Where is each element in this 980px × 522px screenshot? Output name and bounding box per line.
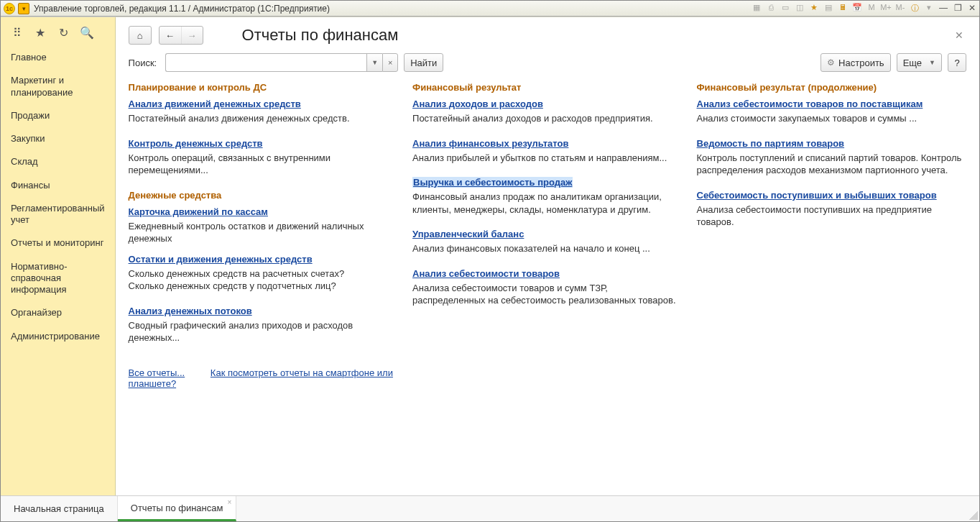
report-link[interactable]: Карточка движений по кассам xyxy=(129,206,268,217)
report-desc: Контроль поступлений и списаний партий т… xyxy=(697,152,966,177)
m-icon[interactable]: M xyxy=(865,3,878,14)
app-icon: 1c xyxy=(4,3,15,14)
close-button[interactable]: ✕ xyxy=(965,3,979,14)
report-link[interactable]: Себестоимость поступивших и выбывших тов… xyxy=(697,190,937,201)
sidebar-item-admin[interactable]: Администрирование xyxy=(1,325,115,348)
help-button[interactable]: ? xyxy=(948,53,966,72)
search-input[interactable] xyxy=(165,53,366,72)
chevron-down-icon: ▼ xyxy=(929,59,935,66)
report-link[interactable]: Ведомость по партиям товаров xyxy=(697,138,845,149)
sidebar-item-warehouse[interactable]: Склад xyxy=(1,150,115,173)
gear-icon: ⚙ xyxy=(827,58,835,68)
column-1: Планирование и контроль ДС Анализ движен… xyxy=(129,81,398,389)
search-label: Поиск: xyxy=(129,58,157,68)
tab-close-icon[interactable]: × xyxy=(228,498,232,506)
nav-group: ← → xyxy=(159,26,203,45)
tab-bar: Начальная страница Отчеты по финансам × xyxy=(1,495,979,521)
calc-icon[interactable]: 🖩 xyxy=(836,3,849,14)
titlebar: 1c ▾ Управление торговлей, редакция 11.1… xyxy=(1,1,979,17)
column-2: Финансовый результат Анализ доходов и ра… xyxy=(412,81,682,320)
find-button[interactable]: Найти xyxy=(404,53,443,72)
tool-icon-print[interactable]: ⎙ xyxy=(764,3,777,14)
report-desc: Анализ финансовых показателей на начало … xyxy=(412,242,682,255)
report-link[interactable]: Контроль денежных средств xyxy=(129,138,263,149)
report-desc: Анализ прибылей и убытков по статьям и н… xyxy=(412,152,682,165)
report-link[interactable]: Анализ себестоимости товаров xyxy=(412,268,560,279)
report-link[interactable]: Остатки и движения денежных средств xyxy=(129,254,313,265)
search-icon[interactable]: 🔍 xyxy=(80,26,93,39)
sidebar-item-sales[interactable]: Продажи xyxy=(1,104,115,127)
column-3: Финансовый результат (продолжение) Анали… xyxy=(697,81,966,242)
sidebar-item-finance[interactable]: Финансы xyxy=(1,174,115,197)
search-combo: ▼ × xyxy=(165,53,398,72)
tool-icon-compare[interactable]: ◫ xyxy=(793,3,806,14)
forward-button[interactable]: → xyxy=(181,27,203,44)
tab-label: Отчеты по финансам xyxy=(131,503,223,513)
section-title: Денежные средства xyxy=(129,190,398,201)
report-desc: Контроль операций, связанных с внутренни… xyxy=(129,152,398,177)
section-title: Финансовый результат xyxy=(412,82,682,93)
back-button[interactable]: ← xyxy=(160,27,181,44)
m-minus-icon[interactable]: M- xyxy=(894,3,907,14)
tool-icon-1[interactable]: ▦ xyxy=(750,3,763,14)
report-link[interactable]: Анализ себестоимости товаров по поставщи… xyxy=(697,99,923,109)
sidebar-item-organizer[interactable]: Органайзер xyxy=(1,301,115,324)
configure-label: Настроить xyxy=(838,58,884,68)
tool-icon-link[interactable]: ▤ xyxy=(822,3,835,14)
report-link[interactable]: Анализ денежных потоков xyxy=(129,306,252,316)
favorites-icon[interactable]: ★ xyxy=(34,26,47,39)
report-link-highlighted[interactable]: Выручка и себестоимость продаж xyxy=(412,177,573,188)
main-panel: ⌂ ← → Отчеты по финансам ✕ Поиск: ▼ × На… xyxy=(116,17,979,495)
report-desc: Сколько денежных средств на расчетных сч… xyxy=(129,267,398,293)
search-clear-button[interactable]: × xyxy=(382,53,398,72)
report-desc: Финансовый анализ продаж по аналитикам о… xyxy=(412,191,682,216)
info-dd-icon[interactable]: ▾ xyxy=(923,3,935,14)
calendar-icon[interactable]: 📅 xyxy=(851,3,864,14)
report-desc: Ежедневный контроль остатков и движений … xyxy=(129,220,398,245)
m-plus-icon[interactable]: M+ xyxy=(879,3,892,14)
home-icon: ⌂ xyxy=(137,30,143,41)
configure-button[interactable]: ⚙Настроить xyxy=(820,53,891,72)
report-link[interactable]: Анализ доходов и расходов xyxy=(412,99,543,109)
section-title: Планирование и контроль ДС xyxy=(129,82,398,93)
report-link[interactable]: Анализ движений денежных средств xyxy=(129,99,301,109)
sidebar: ⠿ ★ ↻ 🔍 Главное Маркетинг и планирование… xyxy=(1,17,116,495)
section-title: Финансовый результат (продолжение) xyxy=(697,82,966,93)
maximize-button[interactable]: ❐ xyxy=(951,3,965,14)
report-desc: Сводный графический анализ приходов и ра… xyxy=(129,319,398,344)
sidebar-item-marketing[interactable]: Маркетинг и планирование xyxy=(1,69,115,104)
apps-icon[interactable]: ⠿ xyxy=(11,26,24,39)
page-title: Отчеты по финансам xyxy=(242,26,399,45)
info-icon[interactable]: ⓘ xyxy=(908,3,921,14)
more-button[interactable]: Еще▼ xyxy=(897,53,942,72)
tool-icon-doc[interactable]: ▭ xyxy=(779,3,792,14)
tab-finance-reports[interactable]: Отчеты по финансам × xyxy=(118,496,237,521)
history-icon[interactable]: ↻ xyxy=(57,26,70,39)
panel-close-button[interactable]: ✕ xyxy=(952,27,966,44)
resize-handle[interactable] xyxy=(969,511,978,520)
all-reports-link[interactable]: Все отчеты... xyxy=(129,367,185,378)
minimize-button[interactable]: — xyxy=(936,3,951,14)
report-desc: Постатейный анализ доходов и расходов пр… xyxy=(412,112,682,125)
sidebar-item-reports[interactable]: Отчеты и мониторинг xyxy=(1,232,115,255)
home-button[interactable]: ⌂ xyxy=(129,26,152,45)
report-desc: Анализа себестоимости товаров и сумм ТЗР… xyxy=(412,282,682,307)
sidebar-item-reference[interactable]: Нормативно-справочная информация xyxy=(1,255,115,302)
tab-label: Начальная страница xyxy=(14,503,104,514)
report-link[interactable]: Анализ финансовых результатов xyxy=(412,138,568,149)
report-link[interactable]: Управленческий баланс xyxy=(412,229,524,239)
report-desc: Постатейный анализ движения денежных сре… xyxy=(129,112,398,125)
app-menu-dropdown[interactable]: ▾ xyxy=(18,3,29,14)
sidebar-item-purchases[interactable]: Закупки xyxy=(1,127,115,150)
sidebar-item-main[interactable]: Главное xyxy=(1,46,115,69)
more-label: Еще xyxy=(903,58,922,68)
window-title: Управление торговлей, редакция 11.1 / Ад… xyxy=(34,4,330,14)
report-desc: Анализ стоимости закупаемых товаров и су… xyxy=(697,112,966,125)
star-icon[interactable]: ★ xyxy=(808,3,820,14)
report-desc: Анализа себестоимости поступивших на пре… xyxy=(697,203,966,229)
tab-start[interactable]: Начальная страница xyxy=(1,496,118,521)
search-dropdown-button[interactable]: ▼ xyxy=(366,53,382,72)
sidebar-item-regulated[interactable]: Регламентированный учет xyxy=(1,197,115,232)
